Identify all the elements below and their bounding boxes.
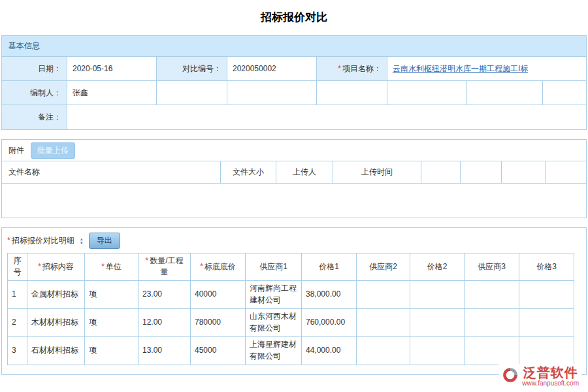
empty-cell	[157, 81, 227, 105]
required-asterisk: *	[38, 262, 41, 271]
attach-col-empty	[421, 161, 461, 183]
remark-label-text: 备注：	[38, 112, 61, 123]
cell-base-price: 45000	[191, 336, 246, 365]
basic-info-section: 基本信息 日期： 2020-05-16 对比编号： 2020050002 *项目…	[1, 35, 587, 130]
required-asterisk: *	[7, 236, 10, 245]
col-price3: 价格3	[519, 253, 574, 281]
cell-content: 金属材料招标	[27, 280, 85, 308]
cell-content: 木材材料招标	[27, 308, 85, 336]
attach-col-empty	[461, 161, 502, 183]
batch-upload-button[interactable]: 批量上传	[31, 142, 75, 159]
col-unit: *单位	[85, 253, 139, 281]
date-field[interactable]: 2020-05-16	[67, 57, 157, 81]
required-asterisk: *	[338, 64, 341, 73]
detail-title-text: 招标报价对比明细	[12, 236, 74, 245]
col-supplier1: 供应商1	[246, 253, 302, 281]
date-label-text: 日期：	[38, 63, 61, 74]
attach-col-filesize: 文件大小	[221, 161, 276, 183]
empty-subcell	[543, 81, 586, 105]
col-quantity: *数量/工程量	[139, 253, 191, 281]
attach-col-filename: 文件名称	[2, 161, 221, 183]
empty-subcell	[387, 81, 467, 105]
required-asterisk: *	[101, 262, 105, 271]
cell-unit: 项	[85, 308, 139, 336]
cell-seq: 3	[8, 336, 27, 365]
attachments-table-header: 文件名称 文件大小 上传人 上传时间	[2, 161, 586, 184]
cell-supplier2	[357, 280, 410, 308]
sort-toggle-icon[interactable]: ▲▼	[80, 237, 84, 245]
date-value: 2020-05-16	[73, 64, 112, 73]
author-label-text: 编制人：	[30, 88, 61, 99]
page-title: 招标报价对比	[0, 0, 588, 35]
empty-cell	[317, 81, 387, 105]
remark-field[interactable]	[67, 105, 586, 129]
author-field[interactable]: 张鑫	[67, 81, 157, 105]
compare-no-label-text: 对比编号：	[182, 63, 221, 74]
date-label: 日期：	[2, 57, 67, 81]
fanpu-logo-icon	[502, 367, 519, 385]
col-content: *招标内容	[27, 253, 85, 281]
basic-row-1: 日期： 2020-05-16 对比编号： 2020050002 *项目名称： 云…	[2, 57, 586, 81]
project-name-field: 云南水利枢纽潜明水库一期工程施工I标	[387, 57, 586, 81]
cell-price1: 38,000.00	[302, 280, 357, 308]
cell-price3	[519, 336, 574, 365]
col-supplier3: 供应商3	[465, 253, 519, 281]
author-value: 张鑫	[73, 88, 88, 99]
basic-info-header: 基本信息	[2, 36, 586, 57]
project-name-label: *项目名称：	[317, 57, 387, 81]
export-button[interactable]: 导出	[89, 233, 120, 249]
cell-supplier1: 上海星辉建材有限公司	[246, 336, 302, 365]
compare-no-field[interactable]: 2020050002	[227, 57, 317, 81]
cell-seq: 2	[8, 308, 27, 336]
cell-supplier1: 河南辉尚工程建材公司	[246, 280, 302, 308]
basic-row-3: 备注：	[2, 105, 586, 129]
empty-subcell	[467, 81, 543, 105]
attach-col-empty	[502, 161, 546, 183]
cell-price1: 760,000.00	[302, 308, 357, 336]
brand-website: www.fanpusoft.com	[522, 380, 579, 387]
cell-supplier3	[465, 336, 519, 365]
attach-col-empty	[546, 161, 586, 183]
cell-base-price: 40000	[191, 280, 246, 308]
arrow-down-icon: ▼	[80, 241, 84, 245]
col-price1: 价格1	[302, 253, 357, 281]
attachments-empty-area	[2, 184, 586, 218]
required-asterisk: *	[145, 256, 148, 265]
cell-price2	[410, 280, 465, 308]
col-price2: 价格2	[410, 253, 465, 281]
table-row[interactable]: 1 金属材料招标 项 23.00 40000 河南辉尚工程建材公司 38,000…	[8, 280, 574, 308]
cell-unit: 项	[85, 280, 139, 308]
cell-supplier1: 山东河西木材有限公司	[246, 308, 302, 336]
detail-section: *招标报价对比明细 ▲▼ 导出 序号 *招标内容 *单位 *数量/工程量 *标底…	[1, 227, 587, 375]
detail-header-row: 序号 *招标内容 *单位 *数量/工程量 *标底底价 供应商1 价格1 供应商2…	[8, 253, 574, 281]
detail-title: *招标报价对比明细	[7, 235, 74, 246]
project-name-label-text: 项目名称：	[342, 63, 382, 74]
cell-supplier3	[465, 280, 519, 308]
cell-price3	[519, 280, 574, 308]
cell-quantity: 13.00	[139, 336, 191, 365]
project-name-link[interactable]: 云南水利枢纽潜明水库一期工程施工I标	[393, 63, 528, 74]
table-row[interactable]: 2 木材材料招标 项 12.00 780000 山东河西木材有限公司 760,0…	[8, 308, 574, 336]
cell-price2	[410, 308, 465, 336]
compare-no-value: 2020050002	[233, 64, 276, 73]
cell-content: 石材材料招标	[27, 336, 85, 365]
detail-title-row: *招标报价对比明细 ▲▼ 导出	[2, 228, 586, 253]
empty-cell	[227, 81, 317, 105]
attach-col-uploadtime: 上传时间	[333, 161, 421, 183]
table-row[interactable]: 3 石材材料招标 项 13.00 45000 上海星辉建材有限公司 44,000…	[8, 336, 574, 365]
required-asterisk: *	[200, 262, 203, 271]
cell-quantity: 12.00	[139, 308, 191, 336]
cell-quantity: 23.00	[139, 280, 191, 308]
attachments-section: 附件 批量上传 文件名称 文件大小 上传人 上传时间	[1, 139, 587, 218]
cell-price2	[410, 336, 465, 365]
col-supplier2: 供应商2	[357, 253, 410, 281]
remark-label: 备注：	[2, 105, 67, 129]
compare-no-label: 对比编号：	[157, 57, 227, 81]
footer-brand: 泛普软件 www.fanpusoft.com	[499, 364, 581, 388]
attachments-title-row: 附件 批量上传	[2, 140, 586, 161]
empty-cell-group	[387, 81, 586, 105]
attachments-title: 附件	[8, 145, 24, 156]
attach-col-uploader: 上传人	[276, 161, 333, 183]
cell-unit: 项	[85, 336, 139, 365]
cell-price1: 44,000.00	[302, 336, 357, 365]
